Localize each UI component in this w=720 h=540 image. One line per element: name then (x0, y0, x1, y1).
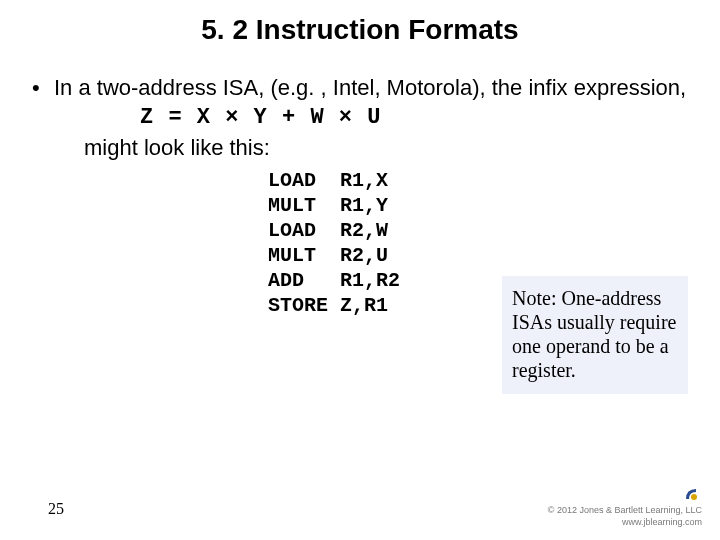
note-box: Note: One-address ISAs usually require o… (502, 276, 688, 394)
copyright: © 2012 Jones & Bartlett Learning, LLC ww… (548, 487, 702, 528)
publisher-logo-icon (684, 487, 698, 504)
bullet-item: • In a two-address ISA, (e.g. , Intel, M… (30, 74, 690, 102)
followup-text: might look like this: (30, 134, 690, 162)
copyright-line-2: www.jblearning.com (548, 516, 702, 528)
infix-expression: Z = X × Y + W × U (30, 104, 690, 132)
page-number: 25 (48, 500, 64, 518)
bullet-lead-text: In a two-address ISA, (e.g. , Intel, Mot… (54, 74, 686, 102)
copyright-line-1: © 2012 Jones & Bartlett Learning, LLC (548, 504, 702, 516)
slide-title: 5. 2 Instruction Formats (0, 0, 720, 74)
slide: { "title": "5. 2 Instruction Formats", "… (0, 0, 720, 540)
svg-point-0 (691, 494, 697, 500)
bullet-dot: • (30, 74, 54, 102)
